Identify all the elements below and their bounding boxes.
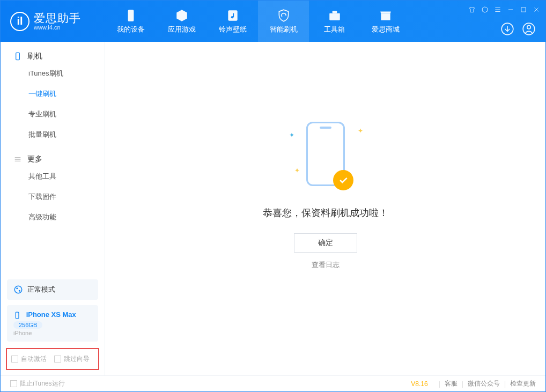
svg-rect-14 [16,312,19,319]
checkbox-icon [11,356,18,363]
view-log-link[interactable]: 查看日志 [312,260,340,270]
svg-point-11 [14,286,22,294]
menu-icon[interactable] [494,6,501,13]
svg-point-13 [19,290,20,292]
tab-label: 应用游戏 [168,25,196,34]
sidebar-item-download-firmware[interactable]: 下载固件 [1,187,105,207]
logo: il 爱思助手 www.i4.cn [1,1,105,42]
tab-store[interactable]: 爱思商城 [360,1,411,42]
titlebar-controls [468,6,540,13]
main-content: ✦ ✦ ✦ 恭喜您，保资料刷机成功啦！ 确定 查看日志 [105,42,545,375]
download-icon[interactable] [500,22,514,36]
music-note-icon [226,9,240,23]
svg-rect-4 [332,11,337,13]
device-icon [124,9,138,23]
svg-rect-3 [329,13,340,20]
device-type: iPhone [13,330,92,336]
app-header: il 爱思助手 www.i4.cn 我的设备 应用游戏 铃声壁纸 智能刷机 工具… [1,1,545,42]
checkbox-skip-wizard[interactable]: 跳过向导 [54,354,90,364]
mode-box[interactable]: 正常模式 [7,279,98,300]
maximize-icon[interactable] [520,6,527,13]
sidebar-item-batch-flash[interactable]: 批量刷机 [1,124,105,145]
checkbox-icon [10,380,17,387]
phone-icon [13,52,22,61]
success-message: 恭喜您，保资料刷机成功啦！ [263,206,388,219]
sparkle-icon: ✦ [289,131,294,139]
svg-rect-6 [521,8,526,12]
sidebar-item-itunes-flash[interactable]: iTunes刷机 [1,63,105,84]
shield-refresh-icon [277,9,291,23]
toolbox-icon [328,9,342,23]
sidebar-item-advanced[interactable]: 高级功能 [1,207,105,227]
user-icon[interactable] [522,22,536,36]
footer-link-update[interactable]: 检查更新 [510,379,536,388]
checkbox-auto-activate[interactable]: 自动激活 [11,354,47,364]
success-illustration: ✦ ✦ ✦ [283,115,368,196]
svg-point-12 [16,288,18,290]
app-name: 爱思助手 [34,12,81,24]
cube-small-icon[interactable] [481,6,489,13]
svg-point-9 [527,26,531,29]
list-icon [13,155,22,164]
tab-label: 爱思商城 [372,25,400,34]
svg-rect-10 [16,53,20,60]
logo-icon: il [10,12,29,31]
tab-label: 铃声壁纸 [219,25,247,34]
svg-point-2 [231,16,233,18]
sidebar-item-pro-flash[interactable]: 专业刷机 [1,104,105,124]
device-storage: 256GB [13,321,42,329]
svg-rect-0 [128,10,134,21]
tab-ringtones-wallpapers[interactable]: 铃声壁纸 [207,1,258,42]
status-bar: 阻止iTunes运行 V8.16 | 客服 | 微信公众号 | 检查更新 [1,375,545,391]
close-icon[interactable] [533,6,540,13]
store-icon [379,9,393,23]
nav-tabs: 我的设备 应用游戏 铃声壁纸 智能刷机 工具箱 爱思商城 [105,1,411,42]
sidebar-item-oneclick-flash[interactable]: 一键刷机 [1,84,105,104]
app-url: www.i4.cn [34,24,81,31]
tab-label: 我的设备 [117,25,145,34]
version-label: V8.16 [411,380,427,388]
sparkle-icon: ✦ [358,127,363,135]
sidebar-group-flash: 刷机 [1,42,105,63]
checkbox-icon [54,356,61,363]
minimize-icon[interactable] [507,6,514,13]
highlighted-options: 自动激活 跳过向导 [6,348,99,370]
footer-link-support[interactable]: 客服 [445,379,458,388]
sidebar-item-other-tools[interactable]: 其他工具 [1,166,105,187]
tab-my-device[interactable]: 我的设备 [105,1,156,42]
tab-label: 智能刷机 [270,25,298,34]
svg-rect-5 [381,13,390,20]
footer-link-wechat[interactable]: 微信公众号 [468,379,500,388]
checkbox-block-itunes[interactable]: 阻止iTunes运行 [10,379,65,388]
header-actions [500,22,536,36]
tab-apps-games[interactable]: 应用游戏 [156,1,207,42]
sparkle-icon: ✦ [294,167,300,174]
cube-icon [175,9,189,23]
sidebar-group-more: 更多 [1,145,105,166]
tab-label: 工具箱 [324,25,345,34]
checkmark-badge-icon [333,170,353,190]
mode-icon [13,285,23,294]
sidebar: 刷机 iTunes刷机 一键刷机 专业刷机 批量刷机 更多 其他工具 下载固件 … [1,42,105,375]
tab-smart-flash[interactable]: 智能刷机 [258,1,309,42]
mode-label: 正常模式 [27,285,55,294]
device-name: iPhone XS Max [26,310,76,319]
ok-button[interactable]: 确定 [294,233,357,253]
tab-toolbox[interactable]: 工具箱 [309,1,360,42]
device-small-icon [13,312,21,319]
tshirt-icon[interactable] [468,6,476,13]
device-info-box[interactable]: iPhone XS Max 256GB iPhone [7,305,98,342]
